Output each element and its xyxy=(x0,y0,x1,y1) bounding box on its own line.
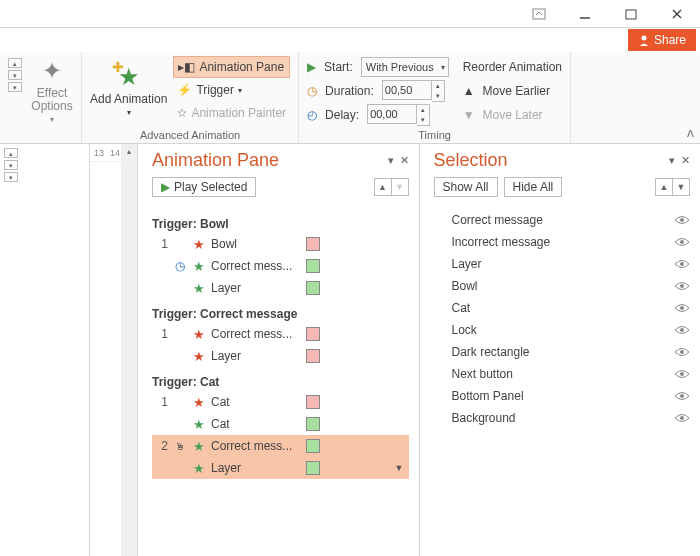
animation-list[interactable]: Trigger: Bowl1★Bowl◷★Correct mess...★Lay… xyxy=(138,205,419,556)
timing-bar xyxy=(306,259,320,273)
selection-pane: Selection ▾ ✕ Show All Hide All ▲ ▼ Corr… xyxy=(420,144,701,556)
animation-row[interactable]: 1★Bowl xyxy=(152,233,409,255)
selection-item-label: Cat xyxy=(452,301,471,315)
duration-icon: ◷ xyxy=(307,84,317,98)
ribbon-display-options[interactable] xyxy=(516,0,562,28)
animation-pane: Animation Pane ▾ ✕ ▶ Play Selected ▲ ▼ T… xyxy=(138,144,420,556)
timing-group: ▶ Start: With Previous ◷ Duration: 00,50… xyxy=(299,52,571,143)
selection-item-label: Incorrect message xyxy=(452,235,551,249)
start-dropdown[interactable]: With Previous xyxy=(361,57,449,77)
animation-row[interactable]: ★Layer xyxy=(152,277,409,299)
visibility-eye-icon[interactable] xyxy=(674,281,690,291)
reorder-buttons: ▲ ▼ xyxy=(375,178,409,196)
trigger-heading: Trigger: Cat xyxy=(152,375,409,389)
add-animation-button[interactable]: ★✚ Add Animation ▾ xyxy=(90,56,167,124)
up-icon: ▲ xyxy=(463,84,475,98)
move-down-button[interactable]: ▼ xyxy=(391,178,409,196)
effect-star-icon: ★ xyxy=(192,417,206,432)
trigger-heading: Trigger: Correct message xyxy=(152,307,409,321)
sel-move-down-button[interactable]: ▼ xyxy=(672,178,690,196)
vertical-scrollbar[interactable]: ▴ xyxy=(121,144,137,556)
visibility-eye-icon[interactable] xyxy=(674,347,690,357)
spinner-stub[interactable]: ▴▾▾ xyxy=(8,58,22,92)
workspace: ▴▾▾ 13141516 ▴ Animation Pane ▾ ✕ ▶ Play… xyxy=(0,144,700,556)
move-earlier-button[interactable]: ▲Move Earlier xyxy=(463,80,562,102)
timing-bar xyxy=(306,439,320,453)
close-button[interactable] xyxy=(654,0,700,28)
share-button[interactable]: Share xyxy=(628,29,696,51)
person-icon xyxy=(638,34,650,46)
selection-item[interactable]: Layer xyxy=(452,253,691,275)
selection-item[interactable]: Dark rectangle xyxy=(452,341,691,363)
animation-label: Layer xyxy=(211,461,301,475)
svg-point-14 xyxy=(680,394,684,398)
selection-item[interactable]: Next button xyxy=(452,363,691,385)
animation-label: Cat xyxy=(211,395,301,409)
animation-label: Correct mess... xyxy=(211,259,301,273)
effect-star-icon: ★ xyxy=(192,395,206,410)
visibility-eye-icon[interactable] xyxy=(674,413,690,423)
ribbon: ▴▾▾ ✦ Effect Options ▾ ★✚ Add Animation … xyxy=(0,52,700,144)
svg-point-15 xyxy=(680,416,684,420)
minimize-button[interactable] xyxy=(562,0,608,28)
pane-close-button[interactable]: ✕ xyxy=(400,154,409,167)
effect-options-icon: ✦ xyxy=(42,57,62,85)
collapse-ribbon-button[interactable]: ᐱ xyxy=(687,128,694,139)
play-selected-button[interactable]: ▶ Play Selected xyxy=(152,177,256,197)
move-up-button[interactable]: ▲ xyxy=(374,178,392,196)
visibility-eye-icon[interactable] xyxy=(674,369,690,379)
effect-star-icon: ★ xyxy=(192,259,206,274)
animation-label: Cat xyxy=(211,417,301,431)
animation-row[interactable]: 2🖱★Correct mess... xyxy=(152,435,409,457)
selection-item[interactable]: Background xyxy=(452,407,691,429)
delay-input[interactable]: 00,00▴▾ xyxy=(367,104,430,126)
visibility-eye-icon[interactable] xyxy=(674,303,690,313)
visibility-eye-icon[interactable] xyxy=(674,237,690,247)
animation-row[interactable]: ◷★Correct mess... xyxy=(152,255,409,277)
visibility-eye-icon[interactable] xyxy=(674,391,690,401)
animation-pane-button[interactable]: ▸◧ Animation Pane xyxy=(173,56,290,78)
visibility-eye-icon[interactable] xyxy=(674,259,690,269)
selection-item-label: Background xyxy=(452,411,516,425)
row-menu-button[interactable]: ▼ xyxy=(395,463,409,473)
animation-label: Layer xyxy=(211,349,301,363)
animation-row[interactable]: 1★Cat xyxy=(152,391,409,413)
selection-item[interactable]: Lock xyxy=(452,319,691,341)
selection-item[interactable]: Correct message xyxy=(452,209,691,231)
selection-item[interactable]: Cat xyxy=(452,297,691,319)
duration-input[interactable]: 00,50▴▾ xyxy=(382,80,445,102)
trigger-button[interactable]: ⚡ Trigger ▾ xyxy=(173,79,290,101)
selection-item-label: Lock xyxy=(452,323,477,337)
share-row: Share xyxy=(0,28,700,52)
mouse-click-icon: 🖱 xyxy=(173,441,187,452)
animation-row[interactable]: ★Cat xyxy=(152,413,409,435)
show-all-button[interactable]: Show All xyxy=(434,177,498,197)
painter-icon: ✫ xyxy=(177,106,187,120)
visibility-eye-icon[interactable] xyxy=(674,325,690,335)
thumb-spinner[interactable]: ▴▾▾ xyxy=(4,148,18,182)
clock-icon: ◷ xyxy=(173,259,187,273)
hide-all-button[interactable]: Hide All xyxy=(504,177,563,197)
timing-bar xyxy=(306,461,320,475)
animation-row[interactable]: ★Layer▼ xyxy=(152,457,409,479)
pane-close-button[interactable]: ✕ xyxy=(681,154,690,167)
selection-list[interactable]: Correct messageIncorrect messageLayerBow… xyxy=(420,205,701,433)
animation-row[interactable]: ★Layer xyxy=(152,345,409,367)
visibility-eye-icon[interactable] xyxy=(674,215,690,225)
effect-options-group: ▴▾▾ ✦ Effect Options ▾ xyxy=(0,52,82,143)
animation-row[interactable]: 1★Correct mess... xyxy=(152,323,409,345)
pane-menu-button[interactable]: ▾ xyxy=(388,154,394,167)
selection-item[interactable]: Bottom Panel xyxy=(452,385,691,407)
selection-item[interactable]: Bowl xyxy=(452,275,691,297)
selection-item-label: Bowl xyxy=(452,279,478,293)
selection-item-label: Next button xyxy=(452,367,513,381)
add-animation-icon: ★✚ xyxy=(118,63,140,91)
selection-item[interactable]: Incorrect message xyxy=(452,231,691,253)
slide-thumbnail-area: ▴▾▾ xyxy=(0,144,90,556)
animation-label: Correct mess... xyxy=(211,327,301,341)
sel-move-up-button[interactable]: ▲ xyxy=(655,178,673,196)
effect-star-icon: ★ xyxy=(192,281,206,296)
down-icon: ▼ xyxy=(463,108,475,122)
pane-menu-button[interactable]: ▾ xyxy=(669,154,675,167)
maximize-button[interactable] xyxy=(608,0,654,28)
